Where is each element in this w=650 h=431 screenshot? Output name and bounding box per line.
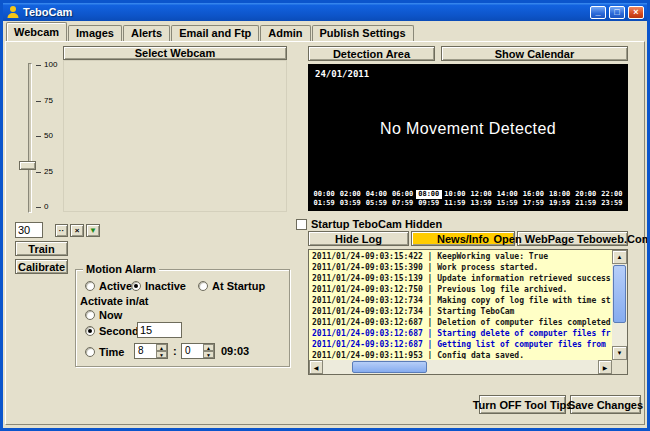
seconds-input[interactable]	[137, 322, 182, 338]
timeline-cell: 20:00 21:59	[573, 189, 599, 209]
log-entry: 2011/01/24-09:03:11:953 | Config data sa…	[312, 350, 609, 359]
radio-at-startup[interactable]: At Startup	[198, 280, 265, 292]
timeline-cell: 22:00 23:59	[599, 189, 625, 209]
slider-label-100: 100	[44, 60, 57, 69]
log-entry: 2011/01/24-09:03:15:139 | Update informa…	[312, 273, 609, 284]
timeline-cell: 16:00 17:59	[520, 189, 546, 209]
monitor-message: No Movement Detected	[308, 120, 628, 138]
scroll-right-icon[interactable]: ▶	[598, 360, 612, 374]
startup-hidden-checkbox[interactable]	[296, 219, 307, 230]
hour-spinner-value: 8	[138, 345, 144, 356]
slider-tick	[36, 65, 41, 66]
minute-spin-up-icon[interactable]: ▲	[203, 344, 214, 351]
green-arrow-icon-button[interactable]: ▼	[86, 224, 100, 237]
hide-log-button[interactable]: Hide Log	[308, 231, 409, 246]
radio-now-label: Now	[99, 309, 122, 321]
radio-time[interactable]: Time	[85, 346, 124, 358]
hour-spin-down-icon[interactable]: ▼	[156, 351, 167, 358]
log-entry: 2011/01/24-09:03:12:734 | Starting TeboC…	[312, 306, 609, 317]
detection-area-button[interactable]: Detection Area	[308, 46, 435, 61]
hour-timeline: 00:00 01:59 02:00 03:59 04:00 05:59 06:0…	[311, 189, 625, 209]
close-button[interactable]: ×	[628, 6, 644, 19]
log-entry: 2011/01/24-09:03:15:422 | KeepWorking va…	[312, 251, 609, 262]
calibrate-button[interactable]: Calibrate	[15, 259, 68, 274]
timeline-cell: 12:00 13:59	[468, 189, 494, 209]
train-button[interactable]: Train	[15, 241, 68, 256]
scroll-down-icon[interactable]: ▼	[612, 346, 627, 360]
tab-alerts[interactable]: Alerts	[123, 25, 170, 41]
movement-monitor-display: 24/01/2011 No Movement Detected 00:00 01…	[308, 64, 628, 211]
radio-active[interactable]: Active	[85, 280, 132, 292]
tab-admin[interactable]: Admin	[260, 25, 310, 41]
horizontal-scroll-thumb[interactable]	[352, 361, 427, 373]
open-webpage-button[interactable]: Open WebPage Teboweb.Com	[517, 231, 628, 246]
maximize-button[interactable]: □	[609, 6, 625, 19]
radio-active-label: Active	[99, 280, 132, 292]
log-vertical-scrollbar[interactable]: ▲ ▼	[612, 250, 627, 360]
startup-hidden-label: Startup TeboCam Hidden	[311, 218, 442, 230]
time-colon-label: :	[173, 345, 177, 357]
minute-spinner[interactable]: 0 ▲ ▼	[181, 343, 215, 359]
monitor-date: 24/01/2011	[315, 69, 369, 79]
tebocam-window: TeboCam _ □ × Webcam Images Alerts Email…	[0, 0, 650, 431]
log-entry: 2011/01/24-09:03:12:687 | Getting list o…	[312, 339, 609, 350]
activate-in-at-label: Activate in/at	[80, 295, 148, 307]
save-changes-button[interactable]: Save Changes	[570, 395, 641, 414]
timeline-cell: 10:00 11:59	[442, 189, 468, 209]
scroll-up-icon[interactable]: ▲	[612, 250, 627, 264]
app-icon	[6, 5, 20, 19]
radio-inactive-icon[interactable]	[131, 281, 141, 291]
timeline-cell: 06:00 07:59	[389, 189, 415, 209]
timeline-cell: 18:00 19:59	[546, 189, 572, 209]
log-horizontal-scrollbar[interactable]: ◀ ▶	[309, 360, 612, 374]
scrollbar-corner	[612, 360, 627, 374]
startup-hidden-checkbox-row[interactable]: Startup TeboCam Hidden	[296, 218, 442, 230]
sensitivity-slider-track[interactable]	[28, 63, 32, 213]
vertical-scroll-thumb[interactable]	[613, 265, 626, 323]
hour-spin-up-icon[interactable]: ▲	[156, 344, 167, 351]
tab-publish-settings[interactable]: Publish Settings	[312, 25, 414, 41]
tab-webcam[interactable]: Webcam	[6, 22, 67, 41]
timeline-cell-current: 08:00 09:59	[416, 189, 442, 209]
tab-strip: Webcam Images Alerts Email and Ftp Admin…	[6, 22, 415, 41]
minute-spin-down-icon[interactable]: ▼	[203, 351, 214, 358]
hour-spinner[interactable]: 8 ▲ ▼	[134, 343, 168, 359]
radio-at-startup-icon[interactable]	[198, 281, 208, 291]
radio-inactive[interactable]: Inactive	[131, 280, 186, 292]
radio-inactive-label: Inactive	[145, 280, 186, 292]
turn-off-tooltips-button[interactable]: Turn OFF Tool Tips	[479, 395, 566, 414]
show-calendar-button[interactable]: Show Calendar	[441, 46, 628, 61]
radio-time-icon[interactable]	[85, 347, 95, 357]
webcam-preview-area	[63, 60, 287, 212]
log-entry: 2011/01/24-09:03:12:687 | Deletion of co…	[312, 317, 609, 328]
minute-spinner-value: 0	[185, 345, 191, 356]
timeline-cell: 02:00 03:59	[337, 189, 363, 209]
slider-label-25: 25	[44, 167, 53, 176]
sensitivity-slider-thumb[interactable]	[19, 161, 36, 170]
motion-alarm-title: Motion Alarm	[83, 263, 159, 275]
radio-seconds-icon[interactable]	[85, 326, 95, 336]
slider-tick	[36, 172, 41, 173]
scroll-left-icon[interactable]: ◀	[309, 360, 323, 374]
tab-email-ftp[interactable]: Email and Ftp	[171, 25, 259, 41]
slider-label-75: 75	[44, 96, 53, 105]
log-entries: 2011/01/24-09:03:15:422 | KeepWorking va…	[310, 251, 611, 359]
dots-icon-button[interactable]: ··	[55, 224, 68, 237]
tab-images[interactable]: Images	[68, 25, 122, 41]
radio-active-icon[interactable]	[85, 281, 95, 291]
cross-icon-button[interactable]: ×	[70, 224, 84, 237]
timeline-cell: 04:00 05:59	[363, 189, 389, 209]
radio-time-label: Time	[99, 346, 124, 358]
log-panel: 2011/01/24-09:03:15:422 | KeepWorking va…	[308, 249, 628, 375]
radio-seconds[interactable]: Seconds	[85, 325, 145, 337]
window-title: TeboCam	[23, 6, 587, 18]
current-time-hint: 09:03	[221, 345, 249, 357]
sensitivity-value-input[interactable]	[15, 222, 43, 238]
slider-label-50: 50	[44, 131, 53, 140]
select-webcam-button[interactable]: Select Webcam	[63, 46, 287, 60]
radio-now-icon[interactable]	[85, 310, 95, 320]
slider-tick	[36, 136, 41, 137]
radio-now[interactable]: Now	[85, 309, 122, 321]
log-entry: 2011/01/24-09:03:15:390 | Work process s…	[312, 262, 609, 273]
minimize-button[interactable]: _	[590, 6, 606, 19]
